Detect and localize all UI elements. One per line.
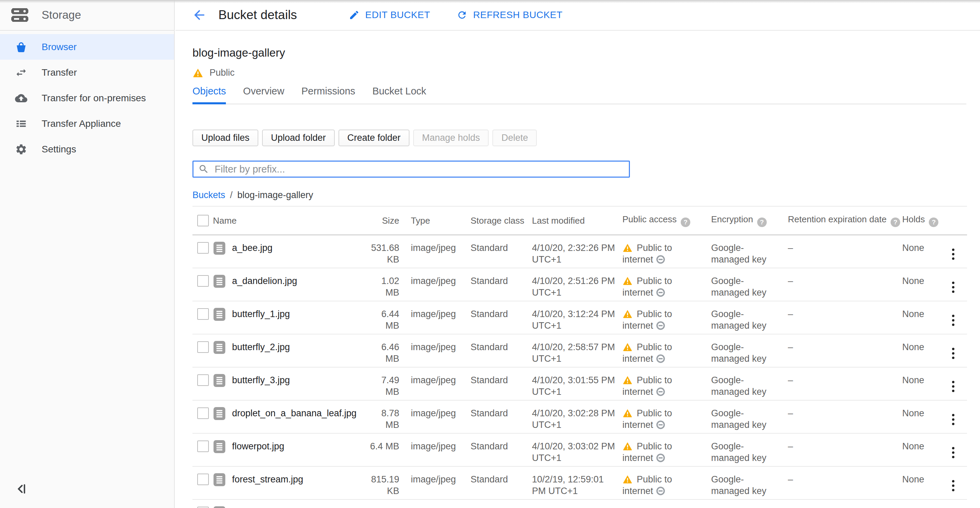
row-menu-button[interactable]	[950, 380, 956, 393]
refresh-bucket-label: REFRESH BUCKET	[473, 10, 562, 21]
table-row: flowerpot.jpg 6.4 MB image/jpeg Standard…	[192, 433, 967, 467]
file-icon	[213, 274, 226, 289]
table-row: butterfly_2.jpg 6.46 MB image/jpeg Stand…	[192, 334, 967, 367]
object-name-link[interactable]: flowerpot.jpg	[232, 440, 284, 452]
sidebar-item-label: Browser	[41, 41, 77, 52]
sidebar-nav: Browser Transfer Transfer for on-premise…	[0, 31, 174, 162]
warning-icon	[622, 309, 633, 319]
row-menu-button[interactable]	[950, 314, 956, 327]
help-icon[interactable]	[681, 217, 690, 227]
refresh-bucket-button[interactable]: REFRESH BUCKET	[457, 10, 562, 21]
row-menu-button[interactable]	[950, 446, 956, 459]
cell-retention: –	[788, 375, 793, 385]
column-header-encryption: Encryption	[711, 206, 788, 235]
cell-type: image/jpeg	[411, 375, 456, 385]
sidebar-item-transfer-on-premises[interactable]: Transfer for on-premises	[0, 85, 174, 111]
row-menu-button[interactable]	[950, 248, 956, 260]
table-row: droplet_on_a_banana_leaf.jpg 8.78 MB ima…	[192, 400, 967, 433]
row-checkbox[interactable]	[197, 506, 209, 508]
row-checkbox[interactable]	[197, 242, 209, 254]
public-link-icon[interactable]	[656, 420, 665, 430]
public-link-icon[interactable]	[656, 486, 665, 496]
sidebar-item-transfer-appliance[interactable]: Transfer Appliance	[0, 111, 174, 137]
tab-bucket-lock[interactable]: Bucket Lock	[372, 86, 426, 104]
cell-last-modified: 4/10/20, 3:12:24 PM UTC+1	[532, 309, 615, 331]
cell-size: 8.78 MB	[381, 408, 399, 430]
swap-arrows-icon	[15, 67, 27, 79]
object-table: Name Size Type Storage class Last modifi…	[192, 206, 967, 508]
table-row: butterfly_3.jpg 7.49 MB image/jpeg Stand…	[192, 367, 967, 400]
tab-objects[interactable]: Objects	[192, 86, 226, 104]
help-icon[interactable]	[891, 217, 900, 227]
row-menu-button[interactable]	[950, 281, 956, 294]
help-icon[interactable]	[929, 217, 939, 227]
row-checkbox[interactable]	[197, 341, 209, 353]
cell-type: image/jpeg	[411, 309, 456, 319]
breadcrumb-buckets-link[interactable]: Buckets	[192, 190, 225, 200]
upload-folder-button[interactable]: Upload folder	[262, 130, 335, 146]
storage-logo-icon	[10, 5, 30, 25]
manage-holds-button[interactable]: Manage holds	[413, 130, 489, 146]
object-name-link[interactable]: butterfly_3.jpg	[232, 375, 290, 386]
tab-overview[interactable]: Overview	[243, 86, 284, 104]
edit-bucket-button[interactable]: EDIT BUCKET	[349, 10, 430, 21]
upload-files-button[interactable]: Upload files	[192, 130, 258, 146]
warning-icon	[622, 408, 633, 418]
gear-icon	[15, 143, 27, 156]
column-header-size: Size	[363, 206, 399, 235]
select-all-checkbox[interactable]	[197, 215, 209, 226]
object-name-link[interactable]: droplet_on_a_banana_leaf.jpg	[232, 407, 356, 419]
sidebar-item-transfer[interactable]: Transfer	[0, 60, 174, 85]
cell-last-modified: 4/10/20, 3:03:02 PM UTC+1	[532, 441, 615, 463]
cell-encryption: Google- managed key	[711, 243, 767, 265]
cell-size: 6.4 MB	[370, 441, 399, 451]
page-header: Bucket details EDIT BUCKET REFRESH BUCKE…	[175, 0, 980, 31]
public-link-icon[interactable]	[656, 255, 665, 264]
cell-storage-class: Standard	[471, 408, 508, 418]
object-name-link[interactable]: forest_stream.jpg	[232, 473, 303, 485]
object-name-link[interactable]: butterfly_1.jpg	[232, 308, 290, 320]
sidebar-item-settings[interactable]: Settings	[0, 137, 174, 162]
transfer-appliance-icon	[15, 117, 27, 130]
help-icon[interactable]	[757, 217, 767, 227]
cell-storage-class: Standard	[471, 375, 508, 385]
row-menu-button[interactable]	[950, 479, 956, 492]
object-name-link[interactable]: a_bee.jpg	[232, 242, 273, 254]
tab-bar: Objects Overview Permissions Bucket Lock	[192, 86, 966, 104]
sidebar-item-label: Settings	[41, 144, 76, 155]
sidebar-item-label: Transfer	[41, 67, 77, 78]
row-menu-button[interactable]	[950, 413, 956, 426]
collapse-sidebar-button[interactable]	[14, 482, 28, 496]
cell-size: 531.68 KB	[371, 243, 399, 265]
object-name-link[interactable]: a_dandelion.jpg	[232, 275, 297, 287]
row-menu-button[interactable]	[950, 347, 956, 360]
filter-input[interactable]	[215, 164, 624, 175]
row-checkbox[interactable]	[197, 407, 209, 419]
row-checkbox[interactable]	[197, 440, 209, 452]
public-link-icon[interactable]	[656, 354, 665, 364]
sidebar-item-browser[interactable]: Browser	[0, 34, 174, 60]
public-link-icon[interactable]	[656, 321, 665, 330]
row-checkbox[interactable]	[197, 375, 209, 386]
row-checkbox[interactable]	[197, 308, 209, 320]
refresh-icon	[457, 10, 468, 21]
back-button[interactable]	[192, 8, 207, 22]
cell-size: 7.49 MB	[381, 375, 399, 397]
public-link-icon[interactable]	[656, 288, 665, 297]
cell-storage-class: Standard	[471, 243, 508, 253]
create-folder-button[interactable]: Create folder	[339, 130, 409, 146]
row-checkbox[interactable]	[197, 275, 209, 287]
page-title: Bucket details	[218, 8, 297, 22]
chevron-left-bar-icon	[14, 482, 28, 496]
object-name-link[interactable]: rays_in_the_snowdonia_valley.jpg	[232, 506, 372, 508]
tab-permissions[interactable]: Permissions	[301, 86, 355, 104]
public-link-icon[interactable]	[656, 387, 665, 397]
cell-last-modified: 4/10/20, 2:51:26 PM UTC+1	[532, 276, 615, 298]
cell-last-modified: 4/10/20, 3:02:28 PM UTC+1	[532, 408, 615, 430]
delete-button[interactable]: Delete	[492, 130, 537, 146]
row-checkbox[interactable]	[197, 473, 209, 485]
cell-storage-class: Standard	[471, 309, 508, 319]
cloud-upload-icon	[15, 92, 27, 104]
public-link-icon[interactable]	[656, 453, 665, 463]
object-name-link[interactable]: butterfly_2.jpg	[232, 341, 290, 353]
